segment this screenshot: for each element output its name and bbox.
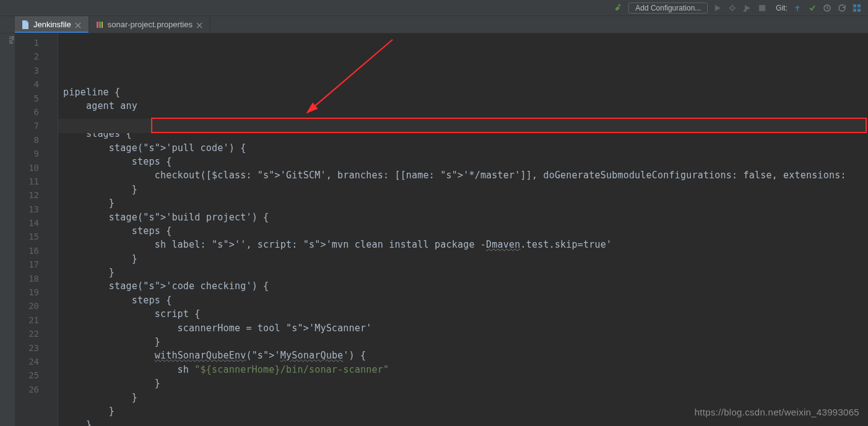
svg-rect-16 — [102, 22, 103, 28]
code-line[interactable]: sh label: "s">'', script: "s">'mvn clean… — [63, 238, 868, 251]
code-line[interactable]: stage("s">'pull code') { — [63, 141, 868, 155]
main-toolbar: Add Configuration... Git: — [0, 0, 868, 16]
code-line[interactable]: } — [63, 376, 868, 390]
properties-file-icon — [95, 20, 104, 29]
code-line[interactable]: } — [63, 335, 868, 349]
search-everywhere-icon[interactable] — [852, 3, 862, 13]
svg-point-1 — [731, 6, 734, 10]
close-icon[interactable] — [75, 21, 82, 28]
svg-rect-0 — [618, 4, 621, 6]
svg-rect-7 — [759, 5, 765, 11]
code-line[interactable]: } — [63, 196, 868, 210]
code-area[interactable]: pipeline { agent any stages { stage("s">… — [58, 33, 868, 426]
tab-label: sonar-project.properties — [108, 20, 193, 29]
stop-icon[interactable] — [757, 3, 767, 13]
git-update-icon[interactable] — [792, 3, 802, 13]
code-line[interactable]: steps { — [63, 155, 868, 168]
code-line[interactable]: } — [63, 266, 868, 279]
left-tool-strip[interactable]: ft\x — [0, 33, 15, 426]
code-line[interactable]: pipeline { — [63, 85, 868, 99]
tab-jenkinsfile[interactable]: Jenkinsfile — [15, 16, 89, 33]
current-line-highlight — [58, 119, 868, 133]
code-line[interactable]: } — [63, 183, 868, 196]
code-line[interactable]: stage("s">'code checking') { — [63, 279, 868, 293]
git-history-icon[interactable] — [822, 3, 832, 13]
svg-rect-15 — [99, 22, 101, 28]
code-line[interactable]: sh "${scannerHome}/bin/sonar-scanner" — [63, 363, 868, 376]
code-line[interactable]: } — [63, 252, 868, 266]
tab-sonar-properties[interactable]: sonar-project.properties — [89, 16, 210, 33]
code-line[interactable]: scannerHome = tool "s">'MyScanner' — [63, 321, 868, 335]
add-configuration-button[interactable]: Add Configuration... — [628, 2, 708, 14]
code-line[interactable]: withSonarQubeEnv("s">'MySonarQube') { — [63, 349, 868, 362]
run-icon[interactable] — [713, 3, 723, 13]
code-line[interactable]: steps { — [63, 293, 868, 307]
code-line[interactable]: } — [63, 391, 868, 404]
tab-label: Jenkinsfile — [33, 20, 71, 29]
editor: ft\x 12345678910111213141516171819202122… — [0, 33, 868, 426]
file-icon — [21, 20, 30, 29]
line-number-gutter[interactable]: 1234567891011121314151617181920212223242… — [15, 33, 50, 426]
svg-rect-14 — [97, 22, 98, 28]
svg-rect-9 — [853, 4, 856, 7]
debug-icon[interactable] — [727, 3, 737, 13]
git-label: Git: — [776, 4, 788, 12]
svg-rect-10 — [857, 4, 861, 7]
editor-tabstrip: Jenkinsfile sonar-project.properties — [0, 16, 868, 33]
code-line[interactable]: } — [63, 418, 868, 426]
code-line[interactable]: stage("s">'build project') { — [63, 211, 868, 224]
svg-rect-6 — [744, 10, 746, 12]
watermark-text: https://blog.csdn.net/weixin_43993065 — [695, 407, 859, 417]
code-line[interactable]: script { — [63, 307, 868, 321]
code-line[interactable]: steps { — [63, 224, 868, 238]
hammer-icon[interactable] — [614, 3, 623, 13]
git-commit-icon[interactable] — [807, 3, 817, 13]
code-line[interactable]: agent any — [63, 99, 868, 113]
code-line[interactable]: checkout([$class: "s">'GitSCM', branches… — [63, 168, 868, 182]
fold-gutter[interactable] — [50, 33, 58, 426]
svg-rect-12 — [857, 9, 861, 12]
run-with-coverage-icon[interactable] — [742, 3, 752, 13]
svg-rect-11 — [853, 9, 856, 12]
git-rollback-icon[interactable] — [837, 3, 847, 13]
close-icon[interactable] — [196, 21, 204, 28]
